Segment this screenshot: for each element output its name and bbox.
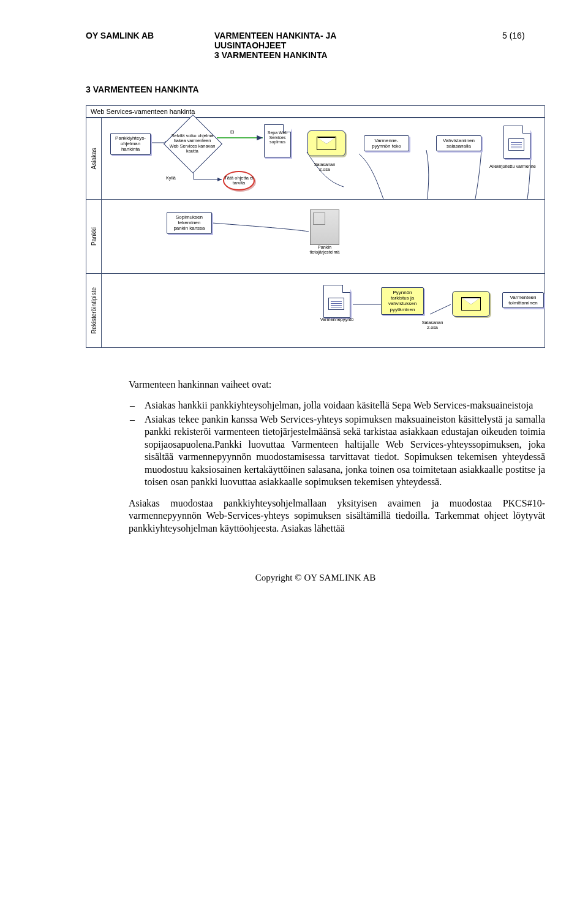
bullet-2: Asiakas tekee pankin kanssa Web Services… <box>129 413 545 489</box>
lane-pankki: Sopimuksentekeminenpankin kanssa Pankint… <box>102 200 545 273</box>
node-sopimuksen-tekeminen: Sopimuksentekeminenpankin kanssa <box>167 212 212 234</box>
envelope-icon <box>461 297 481 311</box>
lane-pankki-label: Pankki <box>86 200 102 273</box>
label-allekirjoitettu: Allekirjoitettu varmenne <box>479 164 546 169</box>
header-company: OY SAMLINK AB <box>86 31 178 40</box>
bullet-list: Asiakas hankkii pankkiyhteysohjelman, jo… <box>129 399 545 488</box>
label-salasana-2osa-a: Salasanan2.osa <box>305 162 344 172</box>
mail-icon <box>307 130 345 156</box>
body-text: Varmenteen hankinnan vaiheet ovat: Asiak… <box>129 379 545 535</box>
node-varmenne-doc <box>503 126 530 159</box>
diagram-title: Web Services-vamenteen hankinta <box>86 106 545 118</box>
table-icon <box>508 138 524 151</box>
page-number: 5 (16) <box>502 31 545 40</box>
page-header: OY SAMLINK AB VARMENTEEN HANKINTA- JA UU… <box>86 31 545 60</box>
label-pankin-tj: Pankintietojärjestelmä <box>300 245 349 255</box>
footer-copyright: Copyright © OY SAMLINK AB <box>86 573 545 583</box>
label-salasana-2osa-b: Salasanan2.osa <box>414 320 451 330</box>
lead-line: Varmenteen hankinnan vaiheet ovat: <box>129 379 545 391</box>
node-pankkiyhteys: Pankkiyhteys-ohjelmanhankinta <box>110 133 151 155</box>
label-kylla: Kyllä <box>166 175 176 181</box>
header-title: VARMENTEEN HANKINTA- JA UUSINTAOHJEET 3 … <box>214 31 466 60</box>
node-pyynnon-tarkistus: Pyynnöntarkistus javahvistuksenpyytämine… <box>381 287 424 315</box>
node-varmenteen-toimittaminen: Varmenteentoimittaminen <box>502 292 544 308</box>
bullet-1: Asiakas hankkii pankkiyhteysohjelman, jo… <box>129 399 545 412</box>
lane-rekisterointipiste-label: Rekisteröintipiste <box>86 274 102 347</box>
mail-icon <box>452 291 490 317</box>
node-vahvistaminen: Vahvistaminensalasanalla <box>436 135 481 151</box>
node-selvita-label: Selvitä voiko ohjelmahakea varmenteenWeb… <box>164 134 221 154</box>
node-varmennepyynto-doc: Varmennepyyntö <box>323 285 350 318</box>
node-sepa-sopimus: Sepa WebServicessopimus <box>264 124 291 157</box>
lane-asiakas-label: Asiakas <box>86 118 102 199</box>
table-icon <box>328 298 344 310</box>
paragraph-2: Asiakas muodostaa pankkiyhteysohjelmalla… <box>129 497 545 535</box>
svg-line-5 <box>430 304 451 314</box>
node-varmennepyynnon-teko: Varmenne-pyynnön teko <box>364 135 409 151</box>
process-diagram: Web Services-vamenteen hankinta Asiakas <box>86 105 545 348</box>
label-ei: Ei <box>230 129 235 135</box>
lane-rekisterointipiste: Varmennepyyntö Pyynnöntarkistus javahvis… <box>102 274 545 347</box>
server-icon: Pankintietojärjestelmä <box>310 209 338 244</box>
node-ohjetta-ei-tarvita: Tätä ohjetta eitarvita <box>223 171 255 190</box>
envelope-icon <box>317 137 336 150</box>
label-varmennepyynto: Varmennepyyntö <box>319 317 355 322</box>
lane-asiakas: Pankkiyhteys-ohjelmanhankinta Selvitä vo… <box>102 118 545 199</box>
section-heading: 3 VARMENTEEN HANKINTA <box>86 85 545 94</box>
